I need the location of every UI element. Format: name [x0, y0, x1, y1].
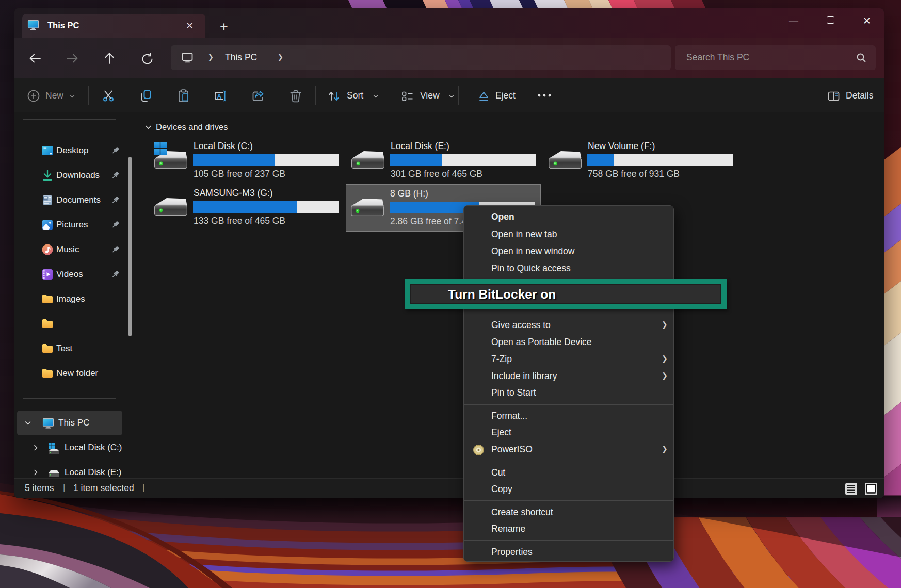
svg-text:A: A [217, 93, 222, 100]
